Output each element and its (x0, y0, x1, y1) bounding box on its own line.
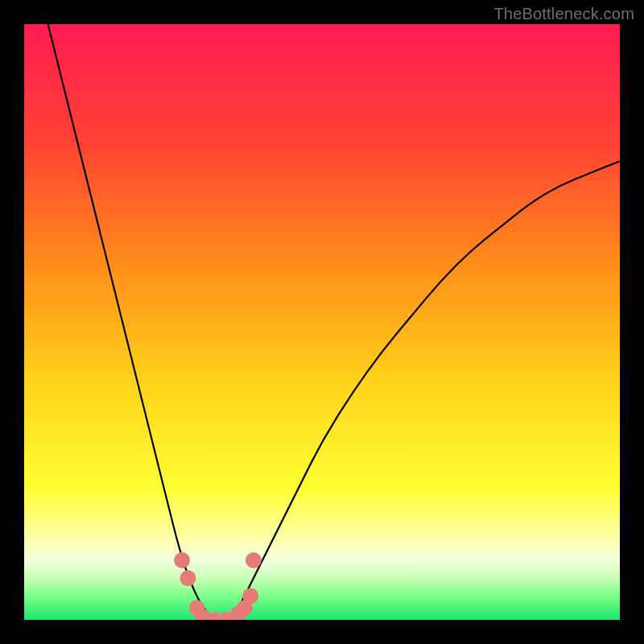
highlight-dot (180, 570, 196, 586)
highlight-dot (174, 552, 190, 568)
highlight-dot (246, 552, 262, 568)
gradient-background (24, 24, 620, 620)
watermark-text: TheBottleneck.com (493, 5, 634, 23)
bottleneck-chart (24, 24, 620, 620)
highlight-dot (242, 588, 258, 604)
chart-frame: TheBottleneck.com (0, 0, 644, 644)
plot-area (24, 24, 620, 620)
